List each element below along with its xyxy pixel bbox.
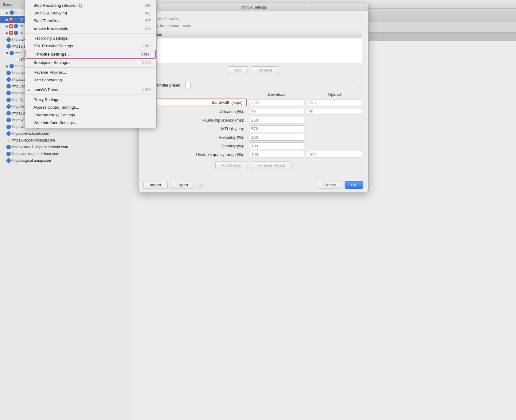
check-icon: ✓ — [27, 88, 31, 92]
bandwidth-upload-input[interactable] — [307, 99, 362, 106]
location-table-header: Location — [145, 31, 362, 38]
menu-item-label: Stop Recording (Session 1) — [33, 3, 82, 8]
menu-item-label: Enable Breakpoints — [33, 26, 68, 31]
globe-icon — [6, 84, 11, 89]
error-badge: ✕ — [9, 24, 13, 28]
location-table-body[interactable] — [145, 38, 362, 63]
sidebar-item[interactable]: ⚡ https://logbak.hicloud.com — [0, 137, 132, 144]
remove-preset-button[interactable]: Remove Preset — [251, 161, 291, 169]
upload-header: Upload — [307, 92, 362, 97]
globe-icon — [6, 104, 11, 109]
menu-item-label: Reverse Proxies... — [33, 70, 66, 75]
sidebar-item[interactable]: https://store1.hispace.hicloud.com — [0, 144, 132, 150]
sidebar-item[interactable]: https://www.baidu.com — [0, 130, 132, 137]
cancel-button[interactable]: Cancel — [317, 181, 342, 189]
import-button[interactable]: Import — [143, 181, 168, 189]
globe-icon — [6, 37, 11, 42]
menu-item-label: Throttle Settings... — [35, 52, 70, 56]
menu-item-label: Proxy Settings... — [33, 97, 63, 102]
utilisation-upload-input[interactable] — [307, 108, 362, 115]
sidebar-item-label: ht — [20, 31, 23, 35]
menu-item-access-control[interactable]: Access Control Settings... — [25, 103, 156, 111]
location-table: Location — [145, 31, 362, 63]
add-preset-button[interactable]: Add Preset — [215, 161, 248, 169]
menu-item-ssl-proxying-settings[interactable]: SSL Proxying Settings... ⇧⌘L — [25, 42, 156, 50]
menu-item-recording-settings[interactable]: Recording Settings... — [25, 34, 156, 42]
mtu-download-input[interactable] — [249, 125, 304, 132]
expand-triangle: ▶ — [6, 11, 9, 14]
menu-shortcut: ⌘R — [144, 3, 151, 8]
stability-download-input[interactable] — [249, 142, 304, 149]
menu-item-stop-recording[interactable]: Stop Recording (Session 1) ⌘R — [25, 2, 156, 9]
remove-location-button[interactable]: Remove — [251, 66, 279, 74]
export-button[interactable]: Export — [170, 181, 195, 189]
globe-icon — [6, 158, 11, 163]
globe-icon — [6, 91, 11, 95]
latency-label: Round-trip latency (ms): — [145, 118, 247, 122]
download-header: Download — [249, 92, 304, 97]
menu-item-macos-proxy[interactable]: ✓ macOS Proxy ⇧⌘P — [25, 86, 156, 94]
utilisation-download-input[interactable] — [249, 108, 304, 115]
menu-item-start-throttling[interactable]: Start Throttling ⌘T — [25, 17, 156, 25]
globe-icon — [6, 124, 11, 129]
dialog-actions-right: Cancel OK — [317, 181, 363, 189]
enable-throttling-row: Enable Throttling — [145, 16, 362, 21]
globe-icon — [14, 30, 18, 35]
context-menu: Stop Recording (Session 1) ⌘R Stop SSL P… — [25, 0, 157, 128]
menu-item-label: Web Interface Settings... — [33, 120, 77, 125]
ok-button[interactable]: OK — [345, 181, 363, 189]
sidebar-item-label: ht — [20, 17, 23, 21]
utilisation-label: Utilisation (%): — [145, 109, 247, 114]
menu-shortcut: ⌘L — [145, 11, 151, 15]
globe-icon — [6, 77, 11, 82]
dialog-body: Enable Throttling Only for selected host… — [139, 11, 368, 178]
help-button[interactable]: ? — [197, 182, 204, 189]
unstable-label: Unstable quality range (%): — [145, 152, 247, 157]
preset-select[interactable] — [185, 82, 191, 88]
menu-item-external-proxy[interactable]: External Proxy Settings... — [25, 111, 156, 119]
expand-triangle: ▶ — [6, 52, 9, 54]
sidebar-item-label: https://cgicol.amap.com — [12, 158, 51, 163]
globe-icon — [6, 118, 11, 122]
menu-shortcut: ⌘T — [145, 19, 151, 23]
globe-icon — [6, 70, 11, 75]
preset-row: Throttle preset: — [145, 82, 362, 88]
unstable-download-input[interactable] — [249, 151, 304, 158]
menu-item-port-forwarding[interactable]: Port Forwarding... — [25, 76, 156, 84]
menu-item-throttle-settings[interactable]: Throttle Settings... ⇧⌘T — [25, 50, 156, 59]
preset-buttons: Add Preset Remove Preset — [145, 161, 362, 169]
menu-item-stop-ssl[interactable]: Stop SSL Proxying ⌘L — [25, 9, 156, 17]
separator — [145, 78, 362, 78]
dialog-actions-left: Import Export ? — [143, 181, 204, 189]
reliability-download-input[interactable] — [249, 134, 304, 141]
menu-item-reverse-proxies[interactable]: Reverse Proxies... — [25, 68, 156, 76]
expand-triangle: ▶ — [6, 25, 9, 28]
main-window: Charles 4.5.6 – Session 1 * 🌐 — [132, 0, 516, 420]
bandwidth-download-input[interactable] — [249, 99, 304, 106]
sidebar-item[interactable]: https://cgicol.amap.com — [0, 157, 132, 164]
latency-download-input[interactable] — [249, 117, 304, 123]
throttle-grid: Download Upload Bandwidth (kbps): Utilis… — [145, 92, 362, 158]
menu-item-web-interface[interactable]: Web Interface Settings... — [25, 119, 156, 126]
menu-item-label: SSL Proxying Settings... — [33, 44, 76, 48]
menu-shortcut: ⇧⌘P — [142, 88, 151, 92]
dialog-titlebar: Throttle Settings — [139, 3, 368, 11]
menu-item-proxy-settings[interactable]: Proxy Settings... — [25, 96, 156, 103]
menu-item-breakpoint-settings[interactable]: Breakpoint Settings... ⇧⌘K — [25, 59, 156, 66]
globe-icon — [14, 24, 18, 29]
menu-separator — [25, 85, 156, 85]
menu-item-label: Port Forwarding... — [33, 78, 65, 82]
menu-item-label: Breakpoint Settings... — [33, 60, 72, 65]
menu-item-enable-breakpoints[interactable]: Enable Breakpoints ⌘K — [25, 25, 156, 32]
menu-separator — [25, 67, 156, 68]
selected-hosts-row: Only for selected hosts — [145, 23, 362, 28]
menu-shortcut: ⇧⌘K — [142, 60, 151, 65]
unstable-upload-input[interactable] — [307, 151, 362, 158]
menu-item-label: Stop SSL Proxying — [33, 11, 67, 15]
menu-shortcut: ⇧⌘L — [142, 44, 151, 48]
sidebar-item[interactable]: https://dnkeeper.hicloud.com — [0, 150, 132, 157]
sidebar-item-label: ht — [15, 10, 18, 15]
preset-select-wrapper — [185, 82, 362, 88]
sidebar-item-label: https://dnkeeper.hicloud.com — [12, 152, 59, 156]
add-location-button[interactable]: Add — [228, 66, 248, 74]
